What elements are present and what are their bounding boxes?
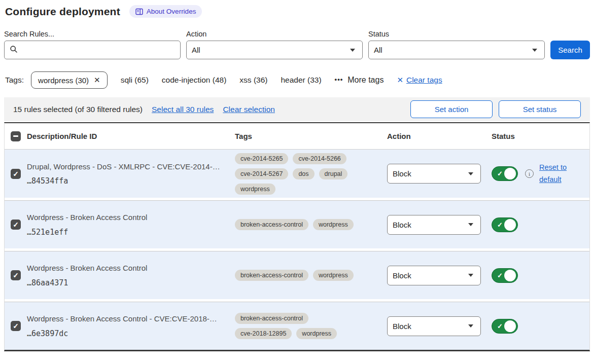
rule-id: …6e3897dc bbox=[27, 329, 230, 338]
indeterminate-icon bbox=[13, 135, 18, 137]
reset-to-default-link[interactable]: Reset to default bbox=[539, 162, 572, 185]
toggle-knob bbox=[504, 320, 516, 332]
more-tags-label: More tags bbox=[347, 76, 384, 85]
rule-tag-pill: wordpress bbox=[235, 184, 275, 195]
set-action-button[interactable]: Set action bbox=[410, 100, 493, 118]
chevron-down-icon bbox=[468, 274, 473, 277]
rule-action-value: Block bbox=[393, 169, 468, 178]
chevron-down-icon bbox=[468, 324, 473, 327]
rule-description: Wordpress - Broken Access Control bbox=[27, 212, 230, 223]
more-tags-button[interactable]: ••• More tags bbox=[335, 76, 384, 85]
rule-action-select[interactable]: Block bbox=[387, 266, 481, 285]
row-checkbox[interactable]: ✓ bbox=[11, 321, 21, 331]
rule-tags: cve-2014-5265cve-2014-5266cve-2014-5267d… bbox=[235, 153, 368, 195]
rule-tag-pill: cve-2014-5265 bbox=[235, 153, 288, 164]
rule-tag-pill: cve-2018-12895 bbox=[235, 328, 292, 339]
rules-table: Description/Rule ID Tags Action Status ✓… bbox=[4, 122, 590, 351]
tags-label: Tags: bbox=[5, 76, 24, 85]
search-rules-input-wrap bbox=[4, 41, 181, 59]
status-toggle[interactable]: ✓ bbox=[492, 217, 518, 232]
rule-tag-pill: cve-2014-5266 bbox=[293, 153, 346, 164]
clear-tags-link[interactable]: ✕ Clear tags bbox=[397, 76, 442, 85]
toggle-check-icon: ✓ bbox=[497, 170, 503, 177]
filters-row: Search Rules... Action All Status All Se… bbox=[4, 30, 590, 59]
rule-action-value: Block bbox=[393, 221, 468, 229]
action-filter-label: Action bbox=[186, 30, 363, 38]
about-overrides-label: About Overrides bbox=[147, 8, 196, 15]
table-row: ✓ Wordpress - Broken Access Control …86a… bbox=[5, 251, 589, 299]
select-all-checkbox[interactable] bbox=[11, 131, 21, 141]
chevron-down-icon bbox=[468, 172, 473, 175]
selected-tag-wordpress[interactable]: wordpress (30) ✕ bbox=[31, 71, 108, 89]
ellipsis-icon: ••• bbox=[335, 76, 343, 83]
toggle-knob bbox=[504, 168, 516, 179]
rule-tag-pill: dos bbox=[293, 168, 314, 179]
rule-tag-pill: broken-access-control bbox=[235, 270, 308, 281]
page-header: Configure deployment About Overrides bbox=[4, 5, 590, 18]
row-checkbox[interactable]: ✓ bbox=[11, 169, 21, 179]
row-checkbox[interactable]: ✓ bbox=[11, 220, 21, 230]
table-row: ✓ Wordpress - Broken Access Control …521… bbox=[5, 200, 589, 248]
selection-summary: 15 rules selected (of 30 filtered rules) bbox=[13, 105, 143, 114]
column-header-tags: Tags bbox=[235, 132, 387, 140]
status-filter-value: All bbox=[374, 46, 532, 54]
rule-description: Drupal, Wordpress - DoS - XMLRPC - CVE:C… bbox=[27, 162, 230, 172]
search-rules-input[interactable] bbox=[22, 46, 175, 54]
column-header-action: Action bbox=[387, 132, 492, 140]
check-icon: ✓ bbox=[13, 170, 19, 177]
toggle-check-icon: ✓ bbox=[497, 221, 503, 229]
rule-action-select[interactable]: Block bbox=[387, 164, 481, 184]
tag-filter-sqli[interactable]: sqli (65) bbox=[121, 76, 149, 85]
rule-description: Wordpress - Broken Access Control bbox=[27, 263, 230, 273]
rule-action-select[interactable]: Block bbox=[387, 316, 481, 336]
check-icon: ✓ bbox=[13, 221, 19, 228]
rule-action-value: Block bbox=[393, 322, 468, 331]
rule-tag-pill: wordpress bbox=[313, 219, 354, 230]
toggle-check-icon: ✓ bbox=[497, 272, 503, 279]
rule-tags: broken-access-controlwordpress bbox=[235, 270, 368, 281]
rule-tag-pill: drupal bbox=[319, 168, 348, 179]
toggle-check-icon: ✓ bbox=[497, 322, 503, 330]
tag-filter-xss[interactable]: xss (36) bbox=[239, 76, 267, 85]
tag-filter-code-injection[interactable]: code-injection (48) bbox=[162, 76, 227, 85]
rule-id: …521e1eff bbox=[27, 228, 230, 237]
tag-filter-header[interactable]: header (33) bbox=[281, 76, 321, 85]
status-toggle[interactable]: ✓ bbox=[492, 268, 518, 283]
search-icon bbox=[10, 45, 18, 55]
rule-action-select[interactable]: Block bbox=[387, 215, 481, 235]
book-icon bbox=[135, 8, 143, 15]
status-filter-select[interactable]: All bbox=[368, 41, 545, 59]
rule-tags: broken-access-controlwordpress bbox=[235, 219, 368, 230]
action-filter-value: All bbox=[192, 46, 350, 54]
status-filter-label: Status bbox=[368, 30, 545, 38]
rules-table-header: Description/Rule ID Tags Action Status bbox=[5, 123, 589, 150]
clear-tags-label: Clear tags bbox=[406, 76, 442, 85]
set-status-button[interactable]: Set status bbox=[499, 100, 581, 118]
status-toggle[interactable]: ✓ bbox=[492, 319, 518, 334]
clear-selection-link[interactable]: Clear selection bbox=[223, 105, 275, 114]
rule-tag-pill: wordpress bbox=[296, 328, 337, 339]
column-header-description: Description/Rule ID bbox=[27, 132, 235, 140]
toggle-knob bbox=[504, 219, 516, 231]
search-button[interactable]: Search bbox=[550, 41, 590, 59]
row-checkbox[interactable]: ✓ bbox=[11, 270, 21, 280]
rule-tag-pill: cve-2014-5267 bbox=[235, 168, 288, 179]
search-rules-label: Search Rules... bbox=[4, 30, 181, 38]
page-title: Configure deployment bbox=[5, 6, 120, 18]
remove-tag-icon[interactable]: ✕ bbox=[94, 76, 100, 85]
clear-icon: ✕ bbox=[397, 76, 403, 85]
rule-tags: broken-access-controlcve-2018-12895wordp… bbox=[235, 313, 368, 339]
chevron-down-icon bbox=[532, 49, 537, 52]
check-icon: ✓ bbox=[13, 322, 19, 330]
rule-tag-pill: broken-access-control bbox=[235, 219, 308, 230]
select-all-link[interactable]: Select all 30 rules bbox=[152, 105, 214, 114]
rule-tag-pill: broken-access-control bbox=[235, 313, 308, 324]
rule-action-value: Block bbox=[393, 271, 468, 280]
action-filter-select[interactable]: All bbox=[186, 41, 363, 59]
tags-bar: Tags: wordpress (30) ✕ sqli (65) code-in… bbox=[4, 71, 590, 89]
info-icon[interactable]: i bbox=[525, 169, 534, 178]
check-icon: ✓ bbox=[13, 272, 19, 279]
column-header-status: Status bbox=[492, 132, 589, 140]
status-toggle[interactable]: ✓ bbox=[492, 166, 518, 181]
about-overrides-badge[interactable]: About Overrides bbox=[129, 5, 202, 18]
